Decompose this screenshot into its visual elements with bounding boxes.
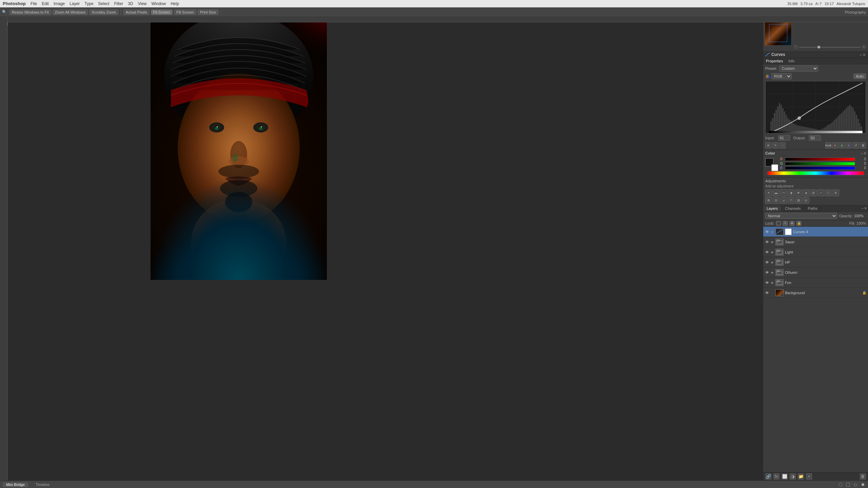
layer-vis-fon[interactable]: 👁 bbox=[765, 280, 769, 285]
adj-invert[interactable]: ⊟ bbox=[773, 197, 780, 204]
add-link-btn[interactable]: 🔗 bbox=[765, 473, 771, 480]
menu-3d[interactable]: 3D bbox=[128, 1, 133, 6]
layer-item-zakat[interactable]: 👁 ▶ Закат bbox=[763, 237, 868, 247]
lock-transparent-btn[interactable]: ⬛ bbox=[776, 221, 781, 226]
adj-colorbalance[interactable]: ⊞ bbox=[810, 189, 817, 196]
print-size-btn[interactable]: Print Size bbox=[198, 9, 218, 15]
adj-photo[interactable]: ⬡ bbox=[825, 189, 832, 196]
tab-timeline[interactable]: Timeline bbox=[32, 482, 53, 487]
add-style-btn[interactable]: fx bbox=[773, 473, 780, 480]
layer-vis-curves4[interactable]: 👁 bbox=[765, 229, 769, 234]
curve-smooth-tool[interactable]: ~ bbox=[780, 142, 786, 148]
fit-screen-btn[interactable]: Fit Screen bbox=[151, 9, 173, 15]
curve-delete-btn[interactable]: 🗑 bbox=[860, 142, 866, 148]
spectrum-bar[interactable] bbox=[767, 171, 864, 175]
curves-graph[interactable] bbox=[765, 81, 866, 134]
lock-image-btn[interactable]: ✎ bbox=[783, 221, 788, 226]
tab-info[interactable]: Info bbox=[786, 58, 797, 64]
output-field[interactable] bbox=[809, 135, 821, 141]
layer-expand-zakat[interactable]: ▶ bbox=[771, 240, 774, 244]
curve-point-tool[interactable]: ⊕ bbox=[765, 142, 771, 148]
layer-item-light[interactable]: 👁 ▶ Light bbox=[763, 247, 868, 257]
resize-windows-btn[interactable]: Resize Windows to Fit bbox=[9, 9, 51, 15]
layer-item-background[interactable]: 👁 Background 🔒 bbox=[763, 288, 868, 298]
adj-brightness[interactable]: ☀ bbox=[765, 189, 772, 196]
adj-vibrance[interactable]: ❋ bbox=[795, 189, 802, 196]
delete-layer-btn[interactable]: 🗑 bbox=[860, 473, 866, 480]
adj-hsl[interactable]: ◈ bbox=[803, 189, 809, 196]
menu-type[interactable]: Type bbox=[84, 1, 93, 6]
layer-vis-obekt[interactable]: 👁 bbox=[765, 270, 769, 275]
layer-vis-background[interactable]: 👁 bbox=[765, 290, 769, 295]
layer-expand-obekt[interactable]: ▶ bbox=[771, 271, 774, 274]
props-menu-btn[interactable]: ≡ bbox=[863, 53, 865, 57]
menu-view[interactable]: View bbox=[138, 1, 147, 6]
adj-bw[interactable]: ▪ bbox=[817, 189, 824, 196]
color-panel-collapse-btn[interactable]: – bbox=[861, 151, 863, 155]
tab-layers[interactable]: Layers bbox=[763, 205, 782, 211]
add-mask-btn[interactable]: ⬜ bbox=[782, 473, 788, 480]
r-slider[interactable] bbox=[785, 158, 855, 161]
blend-mode-select[interactable]: Normal Multiply Screen Overlay Soft Ligh… bbox=[765, 213, 837, 219]
zoom-all-btn[interactable]: Zoom All Windows bbox=[53, 9, 88, 15]
zoom-in-btn[interactable]: + bbox=[862, 45, 866, 49]
actual-pixels-btn[interactable]: Actual Pixels bbox=[123, 9, 150, 15]
curve-rgb-btn[interactable]: RGB bbox=[825, 142, 831, 148]
curve-g-btn[interactable]: G bbox=[839, 142, 845, 148]
layer-expand-light[interactable]: ▶ bbox=[771, 250, 774, 254]
zoom-track[interactable] bbox=[799, 47, 861, 48]
adj-curves[interactable]: 〜 bbox=[780, 189, 787, 196]
adj-channelmix[interactable]: ⊕ bbox=[832, 189, 839, 196]
fill-screen-btn[interactable]: Fill Screen bbox=[174, 9, 196, 15]
curve-b-btn[interactable]: B bbox=[846, 142, 852, 148]
lock-all-btn[interactable]: 🔒 bbox=[796, 221, 801, 226]
channel-select[interactable]: RGB R G B bbox=[771, 73, 792, 79]
menu-window[interactable]: Window bbox=[152, 1, 166, 6]
new-group-btn[interactable]: 📁 bbox=[798, 473, 804, 480]
curve-draw-tool[interactable]: ✎ bbox=[772, 142, 778, 148]
color-panel-menu-btn[interactable]: ≡ bbox=[864, 151, 866, 155]
menu-help[interactable]: Help bbox=[171, 1, 179, 6]
layer-vis-zakat[interactable]: 👁 bbox=[765, 240, 769, 244]
menu-select[interactable]: Select bbox=[98, 1, 109, 6]
adj-posterize[interactable]: ⊿ bbox=[780, 197, 787, 204]
curve-reset-btn[interactable]: ↺ bbox=[853, 142, 859, 148]
auto-btn[interactable]: Auto bbox=[853, 74, 866, 79]
curve-r-btn[interactable]: R bbox=[832, 142, 838, 148]
adj-levels[interactable]: ▬ bbox=[773, 189, 780, 196]
tab-paths[interactable]: Paths bbox=[805, 205, 821, 211]
layer-item-hp[interactable]: 👁 ▶ HP bbox=[763, 257, 868, 267]
menu-filter[interactable]: Filter bbox=[114, 1, 123, 6]
props-collapse-btn[interactable]: – bbox=[860, 53, 862, 57]
layer-expand-curves4[interactable]: ▶ bbox=[771, 230, 774, 233]
layer-expand-hp[interactable]: ▶ bbox=[771, 261, 774, 264]
adj-selective-color[interactable]: ◎ bbox=[803, 197, 809, 204]
new-fill-adj-btn[interactable]: ◑ bbox=[790, 473, 796, 480]
tab-properties[interactable]: Properties bbox=[763, 58, 786, 64]
tab-channels[interactable]: Channels bbox=[782, 205, 804, 211]
menu-file[interactable]: File bbox=[31, 1, 37, 6]
input-field[interactable] bbox=[778, 135, 790, 141]
layer-vis-light[interactable]: 👁 bbox=[765, 250, 769, 255]
b-slider[interactable] bbox=[785, 166, 855, 170]
tab-mini-bridge[interactable]: Mini Bridge bbox=[3, 482, 28, 487]
g-slider[interactable] bbox=[785, 162, 855, 165]
adj-threshold[interactable]: ⊓ bbox=[788, 197, 794, 204]
menu-image[interactable]: Image bbox=[54, 1, 65, 6]
layers-menu-btn[interactable]: ≡ bbox=[865, 206, 867, 211]
menu-layer[interactable]: Layer bbox=[70, 1, 80, 6]
adj-colorlookup[interactable]: ⊠ bbox=[765, 197, 772, 204]
adj-exposure[interactable]: ◑ bbox=[788, 189, 794, 196]
layers-collapse-btn[interactable]: – bbox=[861, 206, 863, 211]
new-layer-btn[interactable]: + bbox=[806, 473, 812, 480]
menu-edit[interactable]: Edit bbox=[42, 1, 49, 6]
layer-item-curves4[interactable]: 👁 ▶ Curves 4 bbox=[763, 227, 868, 237]
background-swatch[interactable] bbox=[771, 164, 778, 171]
layer-vis-hp[interactable]: 👁 bbox=[765, 260, 769, 265]
layer-expand-fon[interactable]: ▶ bbox=[771, 281, 774, 284]
layer-item-obekt[interactable]: 👁 ▶ Объект bbox=[763, 267, 868, 278]
layer-item-fon[interactable]: 👁 ▶ Fon bbox=[763, 278, 868, 288]
preset-select[interactable]: Custom Default Increase Contrast Lighten… bbox=[779, 65, 818, 72]
scrubby-zoom-btn[interactable]: Scrubby Zoom bbox=[89, 9, 118, 15]
zoom-out-btn[interactable]: − bbox=[794, 45, 798, 49]
